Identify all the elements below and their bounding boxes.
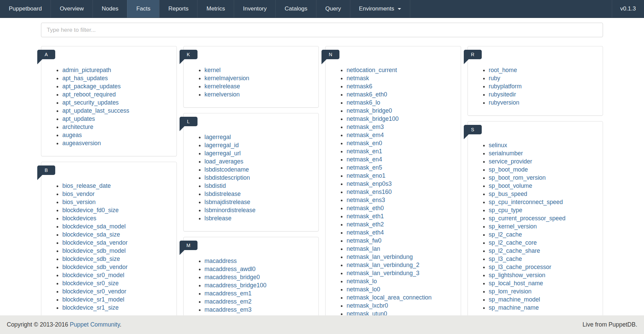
fact-link[interactable]: sp_local_host_name	[489, 280, 543, 287]
fact-link[interactable]: sp_boot_mode	[489, 166, 528, 173]
fact-link[interactable]: macaddress_em1	[205, 290, 252, 297]
nav-item-facts[interactable]: Facts	[127, 0, 159, 18]
fact-link[interactable]: netmask_eth4	[347, 229, 384, 236]
fact-link[interactable]: load_averages	[205, 158, 244, 165]
fact-link[interactable]: macaddress_em3	[205, 306, 252, 313]
fact-link[interactable]: sp_kernel_version	[489, 223, 537, 230]
nav-item-catalogs[interactable]: Catalogs	[275, 0, 316, 18]
fact-link[interactable]: netmask_lan_verbindung	[347, 253, 413, 260]
fact-link[interactable]: netmask_local_area_connection	[347, 294, 432, 301]
fact-link[interactable]: netmask_fw0	[347, 237, 381, 244]
fact-link[interactable]: lsbdistrelease	[205, 191, 241, 197]
fact-link[interactable]: blockdevice_sr1_model	[62, 296, 124, 303]
fact-link[interactable]: blockdevice_sdb_size	[62, 255, 120, 262]
nav-item-inventory[interactable]: Inventory	[234, 0, 275, 18]
fact-link[interactable]: netmask_en5	[347, 164, 382, 171]
fact-link[interactable]: sp_boot_rom_version	[489, 174, 546, 181]
fact-link[interactable]: rubysitedir	[489, 91, 516, 98]
fact-link[interactable]: sp_l2_cache_core	[489, 239, 537, 246]
fact-link[interactable]: service_provider	[489, 158, 532, 165]
fact-link[interactable]: netmask_enp0s3	[347, 180, 392, 187]
fact-link[interactable]: netmask_lan_verbindung_3	[347, 270, 419, 276]
fact-link[interactable]: sp_cpu_type	[489, 207, 522, 214]
fact-link[interactable]: kernel	[205, 67, 221, 73]
fact-link[interactable]: blockdevice_sdb_model	[62, 247, 126, 254]
fact-link[interactable]: netmask6_lo	[347, 99, 380, 106]
fact-link[interactable]: lagerregal	[205, 134, 231, 140]
fact-link[interactable]: netmask_en0	[347, 140, 382, 147]
fact-link[interactable]: blockdevices	[62, 215, 96, 222]
fact-link[interactable]: netmask	[347, 75, 369, 82]
fact-link[interactable]: sp_l3_cache_processor	[489, 264, 552, 270]
nav-item-reports[interactable]: Reports	[159, 0, 198, 18]
fact-link[interactable]: admin_picturepath	[62, 67, 111, 73]
fact-link[interactable]: sp_lightshow_version	[489, 272, 545, 279]
fact-link[interactable]: lagerregal_url	[205, 150, 241, 157]
fact-link[interactable]: netmask_ens3	[347, 197, 385, 203]
fact-link[interactable]: root_home	[489, 67, 517, 73]
fact-link[interactable]: lsbminordistrelease	[205, 207, 256, 214]
fact-link[interactable]: lsbmajdistrelease	[205, 199, 250, 205]
fact-link[interactable]: bios_version	[62, 199, 96, 205]
fact-link[interactable]: netmask_lxcbr0	[347, 302, 388, 309]
fact-link[interactable]: apt_package_updates	[62, 83, 121, 90]
fact-link[interactable]: netmask_em4	[347, 132, 384, 138]
fact-link[interactable]: netmask_eno1	[347, 172, 386, 179]
fact-link[interactable]: macaddress_em2	[205, 298, 252, 305]
fact-link[interactable]: netlocation_current	[347, 67, 397, 73]
fact-link[interactable]: blockdevice_sda_vendor	[62, 239, 128, 246]
nav-item-nodes[interactable]: Nodes	[92, 0, 127, 18]
fact-link[interactable]: blockdevice_sr0_vendor	[62, 288, 126, 295]
fact-link[interactable]: netmask_en1	[347, 148, 382, 155]
fact-link[interactable]: netmask_lan	[347, 245, 380, 252]
fact-link[interactable]: sp_boot_volume	[489, 182, 532, 189]
navbar-brand[interactable]: Puppetboard	[0, 0, 50, 18]
fact-link[interactable]: rubyversion	[489, 99, 519, 106]
fact-link[interactable]: sp_machine_model	[489, 296, 540, 303]
fact-link[interactable]: netmask_en4	[347, 156, 382, 163]
fact-link[interactable]: lsbrelease	[205, 215, 232, 222]
fact-link[interactable]: sp_l2_cache_share	[489, 247, 540, 254]
fact-link[interactable]: netmask_eth2	[347, 221, 384, 228]
fact-link[interactable]: augeas	[62, 132, 82, 138]
fact-link[interactable]: sp_cpu_interconnect_speed	[489, 199, 563, 205]
fact-link[interactable]: kernelrelease	[205, 83, 240, 90]
fact-link[interactable]: netmask_em3	[347, 124, 384, 130]
fact-link[interactable]: sp_machine_name	[489, 304, 539, 311]
fact-link[interactable]: kernelversion	[205, 91, 240, 98]
fact-link[interactable]: ruby	[489, 75, 500, 82]
fact-link[interactable]: blockdevice_fd0_size	[62, 207, 119, 214]
fact-link[interactable]: netmask_bridge100	[347, 115, 399, 122]
fact-link[interactable]: macaddress_bridge100	[205, 282, 267, 289]
fact-link[interactable]: apt_has_updates	[62, 75, 108, 82]
fact-link[interactable]: netmask_lo	[347, 278, 377, 285]
nav-item-query[interactable]: Query	[316, 0, 350, 18]
fact-link[interactable]: netmask_lan_verbindung_2	[347, 262, 419, 268]
fact-link[interactable]: lsbdistid	[205, 182, 226, 189]
fact-link[interactable]: netmask_eth1	[347, 213, 384, 220]
fact-link[interactable]: lsbdistdescription	[205, 174, 250, 181]
fact-link[interactable]: sp_l2_cache	[489, 231, 522, 238]
fact-link[interactable]: kernelmajversion	[205, 75, 249, 82]
fact-link[interactable]: netmask_bridge0	[347, 107, 392, 114]
fact-link[interactable]: macaddress_awdl0	[205, 266, 256, 272]
nav-item-environments[interactable]: Environments	[350, 0, 410, 18]
fact-link[interactable]: apt_updates	[62, 115, 95, 122]
fact-link[interactable]: blockdevice_sda_model	[62, 223, 126, 230]
fact-link[interactable]: sp_bus_speed	[489, 191, 527, 197]
fact-link[interactable]: blockdevice_sdb_vendor	[62, 264, 128, 270]
fact-link[interactable]: netmask_eth0	[347, 205, 384, 211]
fact-link[interactable]: netmask6	[347, 83, 372, 90]
fact-link[interactable]: apt_update_last_success	[62, 107, 129, 114]
fact-link[interactable]: lagerregal_id	[205, 142, 239, 149]
fact-link[interactable]: sp_lom_revision	[489, 288, 532, 295]
fact-link[interactable]: macaddress_bridge0	[205, 274, 260, 281]
fact-link[interactable]: lsbdistcodename	[205, 166, 249, 173]
fact-link[interactable]: netmask_ens160	[347, 188, 392, 195]
fact-link[interactable]: architecture	[62, 124, 93, 130]
fact-link[interactable]: sp_current_processor_speed	[489, 215, 566, 222]
filter-input[interactable]	[41, 23, 603, 37]
fact-link[interactable]: serialnumber	[489, 150, 523, 157]
fact-link[interactable]: apt_security_updates	[62, 99, 119, 106]
fact-link[interactable]: macaddress	[205, 258, 237, 264]
